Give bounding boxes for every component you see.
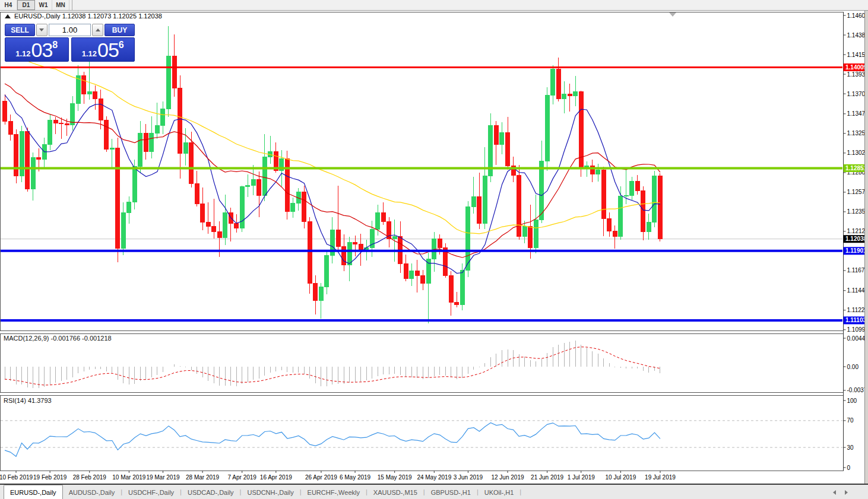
chart-title: EURUSD-,Daily 1.12038 1.12073 1.12025 1.…	[5, 12, 162, 20]
date-label: 15 May 2019	[378, 474, 412, 481]
tab-eurchf-weekly[interactable]: EURCHF-,Weekly	[302, 486, 366, 499]
date-label: 21 Jun 2019	[531, 474, 563, 481]
tabs-scroll-right-button[interactable]	[842, 488, 850, 497]
tab-ukoil-h1[interactable]: UKOil-,H1	[479, 486, 520, 499]
date-label: 19 Jul 2019	[645, 474, 676, 481]
svg-text:30: 30	[847, 444, 854, 451]
date-label: 10 Mar 2019	[112, 474, 146, 481]
tab-usdcnh-daily[interactable]: USDCNH-,Daily	[241, 486, 299, 499]
date-label: 10 Feb 2019	[0, 474, 33, 481]
date-label: 1 Jul 2019	[568, 474, 595, 481]
svg-text:0.00: 0.00	[847, 364, 859, 370]
chevron-left-icon	[833, 490, 836, 495]
date-label: 16 Apr 2019	[260, 474, 292, 481]
trading-terminal-window: 1.146051.143801.141551.139301.137051.134…	[0, 0, 868, 499]
tab-eurusd-daily[interactable]: EURUSD-,Daily	[4, 485, 63, 499]
svg-text:1.11103: 1.11103	[845, 317, 866, 323]
tab-usdcad-daily[interactable]: USDCAD-,Daily	[182, 486, 240, 499]
date-label: 26 Apr 2019	[305, 474, 337, 481]
timeframe-button-h4[interactable]: H4	[0, 0, 17, 10]
date-label: 28 Mar 2019	[186, 474, 220, 481]
volume-increase-button[interactable]	[92, 24, 103, 36]
date-label: 28 Feb 2019	[73, 474, 107, 481]
buy-price-pipette: 6	[119, 40, 124, 50]
timeframe-button-d1[interactable]: D1	[17, 0, 35, 10]
date-label: 6 May 2019	[340, 474, 371, 481]
buy-button[interactable]: BUY	[104, 24, 135, 36]
buy-price-prefix: 1.12	[82, 49, 97, 58]
buy-price-big: 05	[97, 39, 119, 61]
svg-text:1.11901: 1.11901	[845, 247, 867, 254]
date-label: 19 Feb 2019	[33, 474, 67, 481]
tab-usdchf-daily[interactable]: USDCHF-,Daily	[122, 486, 180, 499]
timeframe-toolbar: H4 D1 W1 MN	[0, 0, 868, 11]
one-click-trade-panel: SELL 1.00 BUY 1.12 03 8 1.12 05 6	[5, 24, 135, 62]
svg-text:70: 70	[847, 417, 854, 424]
sell-price-prefix: 1.12	[15, 49, 30, 58]
date-label: 10 Jul 2019	[605, 474, 636, 481]
volume-decrease-button[interactable]	[36, 24, 47, 36]
macd-label: MACD(12,26,9) -0.001766 -0.001218	[4, 335, 112, 342]
date-label: 7 Apr 2019	[228, 474, 257, 481]
chart-shift-marker-icon[interactable]	[669, 12, 676, 17]
sell-price-panel[interactable]: 1.12 03 8	[5, 37, 69, 62]
sell-button[interactable]: SELL	[5, 24, 35, 36]
chart-title-text: EURUSD-,Daily 1.12038 1.12073 1.12025 1.…	[14, 12, 162, 20]
date-label: 3 Jun 2019	[454, 474, 483, 481]
date-label: 12 Jun 2019	[491, 474, 524, 481]
tab-xauusd-m15[interactable]: XAUUSD-,M15	[368, 486, 423, 499]
timeframe-button-w1[interactable]: W1	[35, 0, 52, 10]
window-right-edge	[864, 11, 868, 484]
date-label: 19 Mar 2019	[146, 474, 180, 481]
svg-text:0: 0	[847, 465, 851, 471]
sell-price-big: 03	[31, 39, 53, 61]
tab-audusd-daily[interactable]: AUDUSD-,Daily	[63, 486, 121, 499]
timeframe-button-mn[interactable]: MN	[52, 0, 69, 10]
sell-price-pipette: 8	[52, 40, 58, 50]
toolbar-separator	[72, 0, 72, 10]
symbol-collapse-icon[interactable]	[5, 14, 11, 18]
buy-price-panel[interactable]: 1.12 05 6	[71, 37, 135, 62]
arrow-up-icon	[96, 28, 100, 31]
tab-separator: |	[519, 488, 521, 495]
symbol-tab-bar: EURUSD-,Daily AUDUSD-,Daily | USDCHF-,Da…	[0, 484, 868, 499]
volume-input[interactable]: 1.00	[49, 24, 91, 36]
date-label: 24 May 2019	[417, 474, 451, 481]
chart-canvas: 1.146051.143801.141551.139301.137051.134…	[0, 0, 868, 499]
tabs-scroll-left-button[interactable]	[830, 488, 838, 497]
tab-gbpusd-h1[interactable]: GBPUSD-,H1	[425, 486, 477, 499]
rsi-label: RSI(14) 41.3793	[4, 397, 52, 404]
svg-text:100: 100	[847, 398, 857, 404]
chevron-right-icon	[845, 490, 848, 495]
arrow-down-icon	[39, 28, 44, 31]
